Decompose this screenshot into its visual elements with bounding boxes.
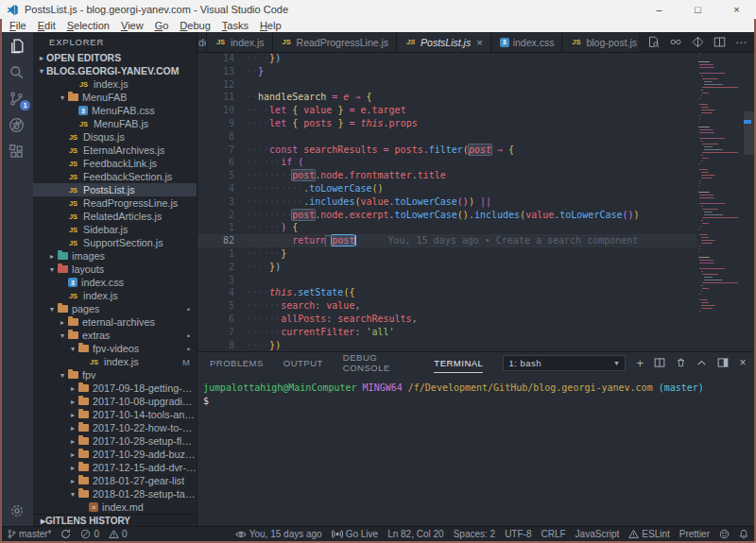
code-line[interactable]: 8····}) (197, 339, 696, 351)
explorer-icon[interactable] (0, 32, 33, 59)
tree-item-relatedarticles-js[interactable]: JSRelatedArticles.js (33, 210, 197, 223)
terminal-output[interactable]: jumpalottahigh@MainComputer MINGW64 /f/D… (197, 373, 756, 407)
code-line[interactable]: 6······allPosts: searchResults, (197, 313, 696, 326)
panel-tab-terminal[interactable]: TERMINAL (434, 352, 483, 373)
code-line[interactable]: 6······if ( (197, 156, 696, 169)
tree-item-index-js[interactable]: JSindex.js (33, 77, 197, 91)
tree-item-2017-10-28-setup-flysky-fs[interactable]: ▸2017-10-28-setup-flysky-fs-... (33, 434, 197, 448)
current-code-line[interactable]: 82········return postYou, 15 days ago • … (197, 234, 696, 247)
line-number[interactable]: 2 (197, 209, 247, 222)
code-line[interactable]: 4····this.setState({ (197, 286, 696, 299)
tree-item-2018-01-27-gear-list[interactable]: ▸2018-01-27-gear-list (33, 474, 197, 487)
tree-item-2017-12-15-add-dvr-to-eac[interactable]: ▸2017-12-15-add-dvr-to-eac... (33, 461, 197, 474)
tree-item-2017-10-08-upgrading-your[interactable]: ▸2017-10-08-upgrading-your... (33, 395, 197, 408)
status-you-15-days-ago[interactable]: You, 15 days ago (235, 529, 322, 539)
maximize-panel-icon[interactable] (696, 358, 707, 368)
tree-item-readprogressline-js[interactable]: JSReadProgressLine.js (33, 196, 197, 210)
code-line[interactable]: 1······) { (197, 221, 696, 234)
status-0[interactable]: 0 (80, 529, 99, 539)
gitlens-history-section[interactable]: ▸ GITLENS HISTORY (33, 514, 197, 527)
tree-item-disqus-js[interactable]: JSDisqus.js (33, 130, 197, 144)
debug-icon[interactable] (0, 111, 33, 138)
line-number[interactable]: 4 (197, 286, 247, 299)
tree-item-layouts[interactable]: ▾layouts (33, 263, 197, 276)
line-number[interactable]: 13 (197, 65, 247, 78)
status-ln-82-col-20[interactable]: Ln 82, Col 20 (387, 529, 444, 539)
tree-item-2017-10-14-tools-and-back[interactable]: ▸2017-10-14-tools-and-back... (33, 408, 197, 421)
status-smiley[interactable] (719, 529, 730, 539)
tree-item-sidebar-js[interactable]: JSSidebar.js (33, 223, 197, 236)
tree-item-fpv-videos[interactable]: ▾fpv-videos• (33, 342, 197, 355)
code-line[interactable]: 8 (197, 130, 696, 144)
tree-item-index-md[interactable]: ≡index.md (33, 501, 197, 514)
new-terminal-icon[interactable]: + (636, 356, 644, 370)
kill-terminal-icon[interactable] (676, 357, 686, 368)
code-line[interactable]: 14····}) (197, 52, 696, 65)
status-sync[interactable] (60, 529, 71, 539)
tree-item-menufab-css[interactable]: 3MenuFAB.css (33, 104, 197, 117)
close-panel-icon[interactable]: × (739, 356, 747, 369)
status-go-live[interactable]: Go Live (332, 529, 378, 539)
line-number[interactable]: 8 (197, 339, 247, 351)
line-number[interactable]: 82 (197, 234, 247, 247)
code-line[interactable]: 5········post.node.frontmatter.title (197, 169, 696, 182)
panel-tab-output[interactable]: OUTPUT (284, 352, 323, 373)
code-line[interactable]: 7······currentFilter: 'all' (197, 326, 696, 339)
line-number[interactable]: 3 (197, 274, 247, 287)
minimap[interactable] (696, 52, 743, 351)
close-button[interactable]: × (717, 0, 756, 19)
root-folder-section[interactable]: ▾ BLOG.GEORGI-YANEV.COM (33, 64, 197, 77)
tree-item-feedbacklink-js[interactable]: JSFeedbackLink.js (33, 157, 197, 170)
code-line[interactable]: 1······} (197, 247, 696, 261)
tab-blog-post-js[interactable]: JSblog-post.js (562, 32, 639, 52)
status-eslint[interactable]: ESLint (628, 529, 669, 539)
menu-selection[interactable]: Selection (61, 20, 115, 31)
line-number[interactable]: 11 (197, 91, 247, 104)
line-number[interactable]: 1 (197, 247, 247, 261)
tab-index-css[interactable]: 3index.css (491, 32, 563, 52)
tree-item-feedbacksection-js[interactable]: JSFeedbackSection.js (33, 170, 197, 183)
menu-help[interactable]: Help (254, 20, 287, 31)
status-utf-8[interactable]: UTF-8 (505, 529, 531, 539)
split-editor-icon[interactable] (713, 36, 726, 48)
tree-item-images[interactable]: ▸images (33, 249, 197, 263)
status-0[interactable]: 0 (109, 529, 128, 539)
tree-item-menufab-js[interactable]: JSMenuFAB.js (33, 117, 197, 130)
menu-tasks[interactable]: Tasks (216, 20, 254, 31)
line-number[interactable]: 9 (197, 117, 247, 130)
extensions-icon[interactable] (0, 138, 33, 164)
terminal-shell-select[interactable]: 1: bash ▼ (503, 355, 626, 371)
tree-item-index-js[interactable]: JSindex.js (33, 289, 197, 302)
source-control-icon[interactable]: 1 (0, 85, 33, 111)
line-number[interactable]: 5 (197, 169, 247, 182)
code-line[interactable]: 10····let { value } = e.target (197, 104, 696, 117)
code-line[interactable]: 2····}) (197, 261, 696, 274)
code-line[interactable]: 3 (197, 274, 696, 287)
code-line[interactable]: 7····const searchResults = posts.filter(… (197, 144, 696, 157)
tab-readprogressline-js[interactable]: JSReadProgressLine.js (273, 32, 397, 52)
tree-item-2017-09-18-getting-started[interactable]: ▸2017-09-18-getting-started-... (33, 382, 197, 395)
line-number[interactable]: 7 (197, 144, 247, 157)
tree-item-supportsection-js[interactable]: JSSupportSection.js (33, 236, 197, 249)
tree-item-fpv[interactable]: ▾fpv (33, 368, 197, 382)
menu-debug[interactable]: Debug (174, 20, 215, 31)
line-number[interactable]: 8 (197, 130, 247, 144)
line-number[interactable]: 3 (197, 195, 247, 209)
tab-index-js[interactable]: JSindex.js (207, 32, 273, 52)
tree-item-index-js[interactable]: JSindex.jsM (33, 355, 197, 368)
line-number[interactable]: 4 (197, 182, 247, 195)
tree-item-2017-10-22-how-to-direct-s[interactable]: ▸2017-10-22-how-to-direct-s... (33, 421, 197, 434)
code-line[interactable]: 13··} (197, 65, 696, 78)
line-number[interactable]: 5 (197, 299, 247, 313)
tree-item-postslist-js[interactable]: JSPostsList.js (33, 183, 197, 196)
panel-tab-problems[interactable]: PROBLEMS (210, 352, 264, 373)
open-changes-icon[interactable] (647, 36, 660, 48)
menu-view[interactable]: View (115, 20, 149, 31)
status-crlf[interactable]: CRLF (541, 529, 565, 539)
minimize-button[interactable]: – (640, 0, 679, 19)
panel-tab-debug-console[interactable]: DEBUG CONSOLE (343, 352, 414, 373)
menu-file[interactable]: File (4, 20, 32, 31)
code-line[interactable]: 11··handleSearch = e ⇒ { (197, 91, 696, 104)
line-number[interactable]: 12 (197, 78, 247, 92)
menu-go[interactable]: Go (149, 20, 175, 31)
